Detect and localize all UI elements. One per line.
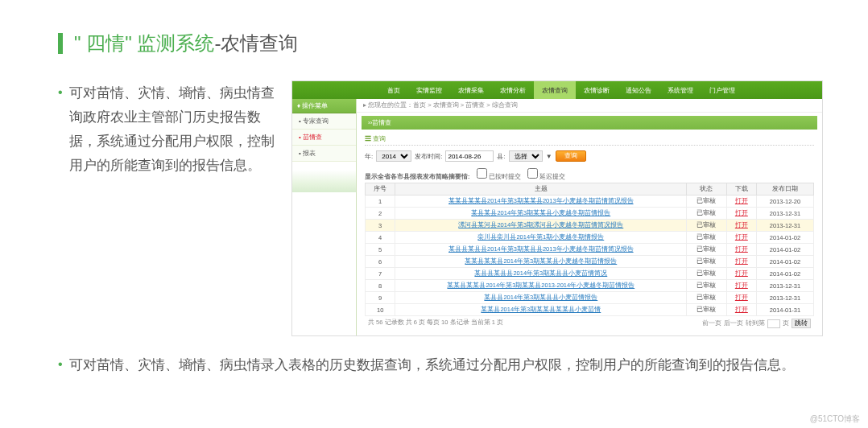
cell-date: 2013-12-31: [757, 208, 814, 220]
breadcrumb: ▸ 您现在的位置：首页 > 农情查询 > 苗情查 > 综合查询: [357, 99, 822, 113]
date-label: 发布时间:: [415, 152, 442, 161]
cell-date: 2014-01-02: [757, 244, 814, 256]
county-label: 县:: [497, 152, 505, 161]
chevron-down-icon: ▼: [546, 153, 552, 160]
cell-date: 2014-01-31: [757, 304, 814, 316]
table-row: 7某县县某县县2014年第3期某县县小麦苗情简况已审核打开2014-01-02: [366, 268, 814, 280]
cell-title-link[interactable]: 某县县2014年第3期某县县小麦苗情报告: [395, 292, 687, 304]
cell-status: 已审核: [687, 268, 726, 280]
table-row: 4栾川县栾川县2014年第1期小麦越冬期情报告已审核打开2014-01-02: [366, 232, 814, 244]
checkbox-delayed[interactable]: 延迟提交: [527, 173, 565, 180]
cell-date: 2014-01-02: [757, 256, 814, 268]
cell-download-link[interactable]: 打开: [726, 256, 756, 268]
cell-title-link[interactable]: 某县县某县县2014年第3期某县县2013年小麦越冬期苗情简况报告: [395, 244, 687, 256]
nav-item-7[interactable]: 系统管理: [659, 81, 701, 99]
cell-no: 9: [366, 292, 395, 304]
pager-jump-button[interactable]: 跳转: [792, 319, 811, 328]
year-label: 年:: [365, 152, 373, 161]
table-header: 下载: [726, 183, 756, 195]
nav-item-3[interactable]: 农情分析: [492, 81, 534, 99]
cell-no: 5: [366, 244, 395, 256]
bullet-dot-icon: •: [58, 80, 63, 177]
table-row: 5某县县某县县2014年第3期某县县2013年小麦越冬期苗情简况报告已审核打开2…: [366, 244, 814, 256]
cell-title-link[interactable]: 某某县某某县2014年第3期某某县2013年小麦越冬期苗情简况报告: [395, 195, 687, 208]
cell-title-link[interactable]: 栾川县栾川县2014年第1期小麦越冬期情报告: [395, 232, 687, 244]
pager-jump-label: 转到第: [746, 319, 765, 327]
cell-title-link[interactable]: 某某县某某县2014年第3期某某县2013-2014年小麦越冬期苗情报告: [395, 280, 687, 292]
sidebar-item-0[interactable]: • 专家查询: [292, 113, 356, 130]
cell-no: 6: [366, 256, 395, 268]
cell-date: 2013-12-31: [757, 292, 814, 304]
county-select[interactable]: 选择: [509, 150, 543, 162]
cell-no: 10: [366, 304, 395, 316]
cell-status: 已审核: [687, 232, 726, 244]
table-header: 状态: [687, 183, 726, 195]
checkbox-ontime[interactable]: 已按时提交: [477, 173, 521, 180]
cell-download-link[interactable]: 打开: [726, 244, 756, 256]
bottom-bullet-row: • 可对苗情、灾情、墒情、病虫情录入表格的历史数据查询，系统通过分配用户权限，控…: [0, 336, 868, 377]
cell-no: 4: [366, 232, 395, 244]
year-select[interactable]: 2014: [376, 150, 411, 162]
cell-download-link[interactable]: 打开: [726, 304, 756, 316]
title-main: " 四情" 监测系统: [74, 31, 214, 56]
nav-item-2[interactable]: 农情采集: [450, 81, 492, 99]
search-button[interactable]: 查询: [556, 150, 586, 162]
cell-status: 已审核: [687, 195, 726, 208]
cell-date: 2014-01-02: [757, 232, 814, 244]
bullet-dot-icon: •: [58, 352, 63, 377]
cell-status: 已审核: [687, 292, 726, 304]
table-header: 序号: [366, 183, 395, 195]
report-table: 序号主题状态下载发布日期 1某某县某某县2014年第3期某某县2013年小麦越冬…: [365, 183, 814, 316]
pager-next[interactable]: 后一页: [724, 319, 743, 327]
cell-download-link[interactable]: 打开: [726, 220, 756, 232]
watermark: @51CTO博客: [810, 414, 860, 425]
slide-title: " 四情" 监测系统 -农情查询: [0, 0, 868, 56]
cell-download-link[interactable]: 打开: [726, 280, 756, 292]
pager-info: 共 56 记录数 共 6 页 每页 10 条记录 当前第 1 页: [368, 319, 503, 328]
cell-download-link[interactable]: 打开: [726, 268, 756, 280]
cell-title-link[interactable]: 漯河县某河县2014年第3期漯河县小麦越冬期苗情简况报告: [395, 220, 687, 232]
pager-page-suffix: 页: [783, 319, 789, 327]
pager: 共 56 记录数 共 6 页 每页 10 条记录 当前第 1 页 前一页 后一页…: [365, 316, 814, 331]
sidebar-header: ♦ 操作菜单: [292, 99, 356, 113]
bullet-text-2: 可对苗情、灾情、墒情、病虫情录入表格的历史数据查询，系统通过分配用户权限，控制用…: [69, 352, 795, 377]
main-panel: ▸ 您现在的位置：首页 > 农情查询 > 苗情查 > 综合查询 ››苗情查 ☰ …: [357, 99, 822, 335]
pager-prev[interactable]: 前一页: [702, 319, 721, 327]
table-row: 6某某县某某县2014年第3期某某县小麦越冬期苗情报告已审核打开2014-01-…: [366, 256, 814, 268]
nav-item-5[interactable]: 农情诊断: [576, 81, 618, 99]
cell-title-link[interactable]: 某县某县2014年第3期某某县小麦越冬期苗情报告: [395, 208, 687, 220]
query-section-label: ☰ 查询: [365, 134, 814, 146]
hint-text: 显示全省各市县报表发布简略摘要情:: [365, 173, 470, 180]
grass-decoration: [292, 170, 356, 192]
cell-status: 已审核: [687, 280, 726, 292]
cell-title-link[interactable]: 某某县2014年第3期某某县某某县小麦苗情: [395, 304, 687, 316]
cell-download-link[interactable]: 打开: [726, 232, 756, 244]
cell-status: 已审核: [687, 304, 726, 316]
cell-download-link[interactable]: 打开: [726, 195, 756, 208]
cell-download-link[interactable]: 打开: [726, 208, 756, 220]
cell-title-link[interactable]: 某某县某某县2014年第3期某某县小麦越冬期苗情报告: [395, 256, 687, 268]
cell-title-link[interactable]: 某县县某县县2014年第3期某县县小麦苗情简况: [395, 268, 687, 280]
table-row: 3漯河县某河县2014年第3期漯河县小麦越冬期苗情简况报告已审核打开2013-1…: [366, 220, 814, 232]
filter-row: 年: 2014 发布时间: 县: 选择 ▼ 查询: [365, 150, 814, 162]
cell-download-link[interactable]: 打开: [726, 292, 756, 304]
pager-page-input[interactable]: [767, 319, 780, 328]
cell-status: 已审核: [687, 208, 726, 220]
nav-item-4[interactable]: 农情查询: [534, 81, 576, 99]
sidebar-item-1[interactable]: • 苗情查: [292, 130, 356, 146]
table-row: 10某某县2014年第3期某某县某某县小麦苗情已审核打开2014-01-31: [366, 304, 814, 316]
nav-item-6[interactable]: 通知公告: [618, 81, 659, 99]
cell-date: 2013-12-31: [757, 220, 814, 232]
nav-item-1[interactable]: 实情监控: [408, 81, 450, 99]
date-input[interactable]: [445, 150, 494, 162]
sidebar-item-2[interactable]: • 报表: [292, 146, 356, 162]
table-row: 8某某县某某县2014年第3期某某县2013-2014年小麦越冬期苗情报告已审核…: [366, 280, 814, 292]
title-sub: -农情查询: [214, 31, 298, 56]
cell-no: 2: [366, 208, 395, 220]
cell-status: 已审核: [687, 256, 726, 268]
nav-item-0[interactable]: 首页: [379, 81, 408, 99]
nav-item-8[interactable]: 门户管理: [701, 81, 743, 99]
cell-date: 2014-01-02: [757, 268, 814, 280]
table-header: 主题: [395, 183, 687, 195]
title-accent-bar: [58, 33, 63, 54]
